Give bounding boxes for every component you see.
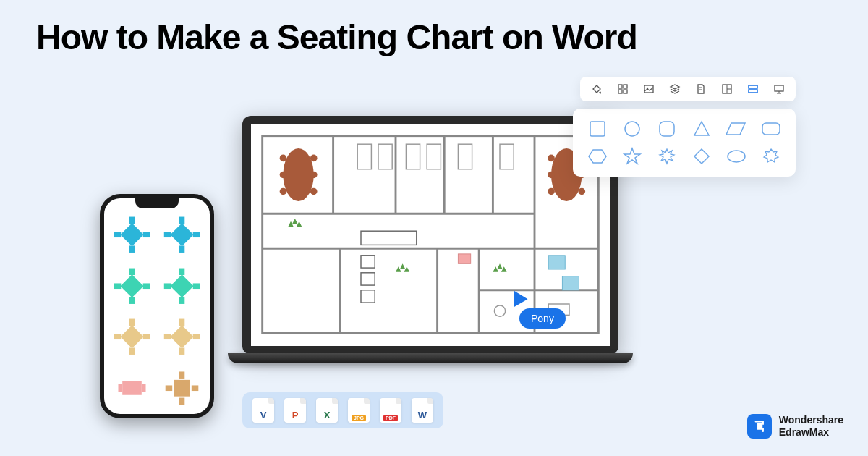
brand-line2: EdrawMax: [779, 426, 843, 439]
svg-rect-64: [129, 319, 135, 326]
svg-rect-61: [164, 283, 171, 289]
format-visio[interactable]: V: [252, 398, 274, 423]
svg-rect-34: [361, 231, 417, 245]
shapes-icon[interactable]: [746, 83, 760, 96]
shape-multi-star[interactable]: [760, 146, 783, 166]
svg-point-19: [280, 188, 287, 195]
svg-rect-35: [361, 256, 375, 268]
table-icon: [161, 213, 203, 257]
edrawmax-logo-icon: [747, 414, 772, 439]
svg-rect-56: [114, 283, 122, 289]
svg-rect-46: [114, 232, 122, 237]
shape-rounded-square[interactable]: [655, 119, 678, 139]
format-word[interactable]: W: [412, 398, 433, 423]
svg-rect-44: [129, 217, 135, 224]
svg-rect-40: [562, 276, 579, 290]
svg-rect-69: [179, 319, 185, 326]
export-formats-bar: V P X JPG PDF W: [242, 392, 443, 428]
shape-diamond[interactable]: [690, 146, 713, 166]
phone-notch: [135, 198, 179, 208]
svg-point-27: [578, 188, 585, 195]
svg-rect-47: [143, 232, 150, 237]
svg-rect-55: [129, 297, 135, 304]
shape-triangle[interactable]: [690, 119, 713, 139]
shape-hexagon[interactable]: [586, 146, 609, 166]
svg-rect-60: [179, 297, 185, 304]
svg-rect-92: [749, 85, 757, 88]
seating-grid: [111, 213, 203, 410]
svg-rect-83: [618, 90, 622, 93]
svg-rect-38: [458, 254, 470, 263]
svg-rect-32: [458, 144, 472, 169]
svg-rect-97: [590, 122, 605, 136]
plant-icon: [396, 263, 409, 272]
brand-line1: Wondershare: [779, 414, 843, 426]
cursor-icon: [506, 287, 527, 307]
svg-rect-39: [548, 256, 565, 269]
phone-mockup: [100, 194, 214, 418]
svg-rect-82: [624, 85, 627, 88]
svg-point-16: [310, 155, 318, 162]
svg-rect-58: [170, 274, 193, 297]
shape-ellipse[interactable]: [725, 146, 748, 166]
format-powerpoint[interactable]: P: [284, 398, 306, 423]
shape-rounded-rect[interactable]: [760, 119, 783, 139]
format-excel[interactable]: X: [316, 398, 338, 423]
svg-point-98: [625, 122, 639, 136]
shape-burst[interactable]: [655, 146, 678, 166]
svg-rect-31: [427, 144, 441, 169]
brand-logo-block: Wondershare EdrawMax: [747, 414, 843, 439]
svg-rect-59: [179, 268, 185, 275]
svg-rect-78: [179, 397, 185, 405]
brand-text: Wondershare EdrawMax: [779, 414, 843, 439]
svg-rect-30: [406, 144, 420, 169]
cursor-label: Pony: [519, 308, 566, 329]
svg-rect-80: [192, 385, 199, 391]
format-jpg[interactable]: JPG: [348, 398, 370, 423]
svg-rect-36: [361, 273, 375, 285]
svg-rect-70: [179, 347, 185, 355]
table-icon: [111, 366, 153, 410]
shapes-panel: [573, 109, 796, 177]
grid-icon[interactable]: [616, 83, 629, 96]
shape-circle[interactable]: [621, 119, 644, 139]
table-icon: [161, 315, 203, 359]
svg-rect-48: [170, 223, 193, 246]
shape-square[interactable]: [586, 119, 609, 139]
page-title: How to Make a Seating Chart on Word: [36, 17, 637, 57]
table-icon: [161, 264, 203, 308]
image-icon[interactable]: [642, 83, 655, 96]
shape-star[interactable]: [621, 146, 644, 166]
collaborator-cursor: Pony: [506, 290, 566, 329]
phone-screen: [104, 198, 210, 414]
svg-rect-93: [749, 90, 757, 93]
svg-rect-68: [170, 325, 193, 348]
svg-rect-66: [114, 334, 122, 339]
page-icon[interactable]: [694, 83, 707, 96]
layout-icon[interactable]: [720, 83, 733, 96]
svg-rect-43: [120, 223, 143, 246]
svg-point-20: [310, 188, 318, 195]
svg-rect-75: [142, 384, 146, 392]
svg-rect-53: [120, 274, 143, 297]
table-icon: [111, 315, 153, 359]
svg-rect-94: [775, 85, 783, 91]
format-pdf[interactable]: PDF: [380, 398, 401, 423]
svg-rect-54: [129, 268, 135, 275]
shape-parallelogram[interactable]: [725, 119, 748, 139]
svg-point-26: [548, 188, 555, 195]
presentation-icon[interactable]: [773, 83, 786, 96]
top-toolbar: [580, 77, 796, 101]
paint-bucket-icon[interactable]: [590, 83, 603, 96]
svg-rect-76: [174, 379, 190, 396]
svg-rect-45: [129, 245, 135, 253]
svg-rect-57: [143, 283, 150, 289]
svg-point-22: [548, 155, 555, 162]
svg-rect-77: [179, 371, 185, 379]
svg-rect-73: [122, 381, 142, 394]
plant-icon: [288, 219, 302, 227]
laptop-mockup: [228, 116, 633, 384]
svg-rect-100: [762, 123, 780, 135]
layers-icon[interactable]: [668, 83, 681, 96]
svg-rect-28: [357, 144, 371, 169]
